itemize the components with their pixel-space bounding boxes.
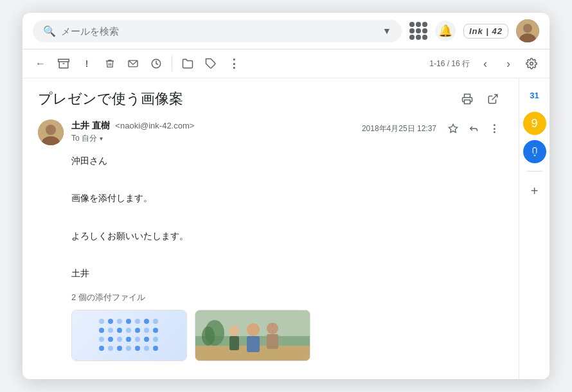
email-subject-actions	[457, 89, 503, 109]
to-label: To 自分	[71, 133, 97, 144]
attachment-2[interactable]	[195, 310, 310, 361]
email-action-icons: ⋮	[444, 120, 503, 138]
tasks-label: 9	[531, 117, 537, 130]
svg-rect-21	[267, 334, 278, 349]
to-chevron-icon: ▾	[100, 135, 103, 142]
email-subject-row: プレゼンで使う画像案	[38, 89, 503, 109]
mark-unread-button[interactable]	[123, 53, 143, 74]
chevron-down-icon[interactable]: ▼	[382, 26, 391, 36]
email-subject-text: プレゼンで使う画像案	[38, 89, 183, 109]
main-content: プレゼンで使う画像案	[22, 78, 550, 379]
settings-button[interactable]	[521, 53, 542, 74]
svg-marker-12	[449, 124, 457, 132]
email-meta: 土井 直樹 <naoki@ink-42.com> To 自分 ▾ 2018年4月…	[38, 120, 503, 145]
calendar-label: 31	[530, 91, 539, 100]
svg-rect-24	[533, 155, 535, 156]
body-line-7: 土井	[71, 265, 503, 281]
svg-point-17	[202, 326, 215, 346]
header-icons: 🔔 Ink | 42	[409, 19, 539, 42]
svg-point-10	[46, 125, 56, 135]
email-panel: プレゼンで使う画像案	[22, 78, 519, 379]
sender-info: 土井 直樹 <naoki@ink-42.com> To 自分 ▾	[71, 120, 354, 144]
right-sidebar: 31 9 +	[519, 78, 550, 379]
attachments-title: 2 個の添付ファイル	[71, 292, 503, 303]
toolbar: ← !	[22, 49, 550, 78]
body-line-6	[71, 247, 503, 263]
body-line-5: よろしくお願いいたします。	[71, 228, 503, 244]
email-header-right: 2018年4月25日 12:37 ⋮	[362, 120, 503, 138]
attachments-grid	[71, 310, 503, 361]
archive-button[interactable]	[53, 53, 74, 74]
reply-icon[interactable]	[465, 120, 483, 138]
print-button[interactable]	[457, 89, 478, 109]
header: 🔍 ▼ 🔔 Ink | 42	[22, 13, 550, 49]
svg-point-20	[267, 323, 278, 334]
open-in-new-button[interactable]	[483, 89, 503, 109]
snooze-button[interactable]	[146, 53, 166, 74]
svg-point-18	[247, 323, 260, 336]
apps-icon[interactable]	[409, 22, 427, 40]
avatar[interactable]	[516, 19, 539, 42]
prev-page-button[interactable]: ‹	[475, 53, 496, 74]
search-icon: 🔍	[43, 25, 56, 37]
body-line-3: 画像を添付します。	[71, 190, 503, 206]
sidebar-divider	[527, 171, 542, 172]
brand-badge: Ink | 42	[463, 24, 508, 39]
move-button[interactable]	[177, 53, 198, 74]
sender-avatar	[38, 120, 64, 145]
attachment-1[interactable]	[71, 310, 187, 361]
page-info: 1-16 / 16 行	[429, 58, 470, 69]
svg-rect-19	[247, 336, 260, 352]
to-line[interactable]: To 自分 ▾	[71, 133, 354, 144]
notification-icon[interactable]: 🔔	[435, 21, 456, 41]
add-icon[interactable]: +	[523, 179, 546, 202]
svg-rect-23	[229, 336, 239, 350]
email-body: 沖田さん 画像を添付します。 よろしくお願いいたします。 土井	[38, 153, 503, 281]
svg-point-1	[523, 24, 532, 33]
star-icon[interactable]	[444, 120, 462, 138]
tasks-icon[interactable]: 9	[523, 112, 546, 135]
keep-icon[interactable]	[523, 140, 546, 163]
calendar-icon[interactable]: 31	[523, 84, 546, 107]
more-options-icon[interactable]: ⋮	[485, 120, 503, 138]
body-line-1: 沖田さん	[71, 153, 503, 169]
svg-line-8	[492, 94, 497, 100]
sender-email: <naoki@ink-42.com>	[115, 121, 194, 130]
search-input[interactable]	[61, 26, 377, 37]
body-line-4	[71, 209, 503, 226]
back-button[interactable]: ←	[30, 53, 51, 74]
svg-rect-7	[465, 100, 470, 104]
toolbar-separator	[172, 56, 172, 71]
svg-point-22	[229, 326, 239, 336]
body-line-2	[71, 172, 503, 188]
add-label: +	[531, 184, 539, 199]
delete-button[interactable]	[100, 53, 120, 74]
label-button[interactable]	[201, 53, 221, 74]
more-button[interactable]: ⋮	[224, 53, 244, 74]
email-date: 2018年4月25日 12:37	[362, 123, 436, 134]
attachment-2-preview	[195, 310, 310, 361]
sender-name: 土井 直樹	[71, 120, 110, 130]
next-page-button[interactable]: ›	[498, 53, 519, 74]
main-window: 🔍 ▼ 🔔 Ink | 42 ←	[22, 13, 550, 379]
svg-point-6	[530, 62, 533, 66]
attachment-1-preview	[72, 310, 186, 361]
search-bar[interactable]: 🔍 ▼	[33, 20, 402, 42]
sender-name-row: 土井 直樹 <naoki@ink-42.com>	[71, 120, 354, 132]
spam-button[interactable]: !	[76, 53, 97, 74]
attachments-section: 2 個の添付ファイル	[38, 292, 503, 361]
